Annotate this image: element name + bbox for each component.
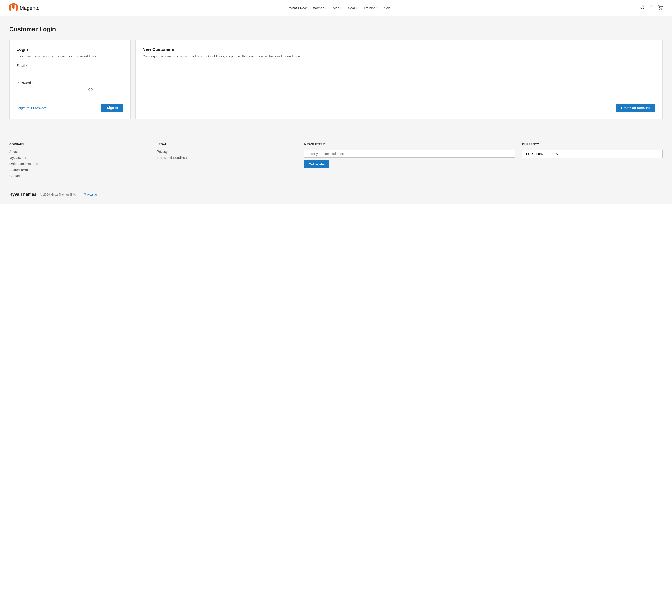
- form-divider: [17, 99, 123, 99]
- footer-social-link[interactable]: @hyva_io: [83, 193, 97, 196]
- password-wrapper: [17, 86, 123, 94]
- forgot-password-link[interactable]: Forgot Your Password?: [17, 106, 48, 110]
- new-customers-description: Creating an account has many benefits: c…: [143, 54, 655, 92]
- footer-currency-title: CURRENCY: [522, 143, 663, 146]
- create-account-button[interactable]: Create an Account: [616, 104, 655, 112]
- svg-line-1: [644, 8, 644, 9]
- chevron-down-icon: ▾: [325, 7, 326, 9]
- email-label: Email *: [17, 64, 123, 67]
- svg-point-4: [662, 9, 662, 10]
- footer-grid: COMPANY About My Account Orders and Retu…: [9, 143, 663, 180]
- footer-link-terms[interactable]: Terms and Conditions: [157, 156, 297, 160]
- email-form-group: Email *: [17, 64, 123, 77]
- newsletter-email-input[interactable]: [304, 150, 515, 158]
- footer-link-my-account[interactable]: My Account: [9, 156, 150, 160]
- new-customers-title: New Customers: [143, 47, 655, 52]
- main-content: Customer Login Login If you have an acco…: [0, 16, 672, 133]
- footer-link-contact[interactable]: Contact: [9, 174, 150, 178]
- login-card-subtitle: If you have an account, sign in with you…: [17, 54, 123, 58]
- logo[interactable]: Magento: [9, 3, 40, 14]
- new-customers-actions: Create an Account: [143, 104, 655, 112]
- logo-text: Magento: [20, 5, 40, 11]
- account-icon[interactable]: [649, 5, 654, 11]
- email-required-indicator: *: [26, 64, 27, 67]
- password-label: Password *: [17, 81, 123, 85]
- footer-newsletter-section: NEWSLETTER Subscribe: [304, 143, 515, 180]
- footer: COMPANY About My Account Orders and Retu…: [0, 133, 672, 204]
- footer-link-search-terms[interactable]: Search Terms: [9, 168, 150, 172]
- currency-select-input[interactable]: EUR - EuroUSD - DollarGBP - British Poun…: [525, 152, 559, 156]
- header: Magento What's New Women ▾ Men ▾ Gear ▾ …: [0, 0, 672, 16]
- footer-link-orders-returns[interactable]: Orders and Returns: [9, 162, 150, 166]
- footer-link-about[interactable]: About: [9, 150, 150, 154]
- nav-men[interactable]: Men ▾: [333, 6, 341, 10]
- login-container: Login If you have an account, sign in wi…: [9, 40, 663, 119]
- email-input[interactable]: [17, 69, 123, 77]
- new-customers-divider: [143, 98, 655, 98]
- chevron-down-icon: ▾: [376, 7, 378, 9]
- footer-company-section: COMPANY About My Account Orders and Retu…: [9, 143, 150, 180]
- nav-training[interactable]: Training ▾: [364, 6, 378, 10]
- page-title: Customer Login: [9, 26, 663, 33]
- sign-in-button[interactable]: Sign In: [101, 104, 123, 112]
- show-password-icon[interactable]: [88, 87, 93, 93]
- nav-women[interactable]: Women ▾: [313, 6, 326, 10]
- footer-link-privacy[interactable]: Privacy: [157, 150, 297, 154]
- new-customers-card: New Customers Creating an account has ma…: [135, 40, 663, 119]
- main-nav: What's New Women ▾ Men ▾ Gear ▾ Training…: [289, 6, 391, 10]
- currency-selector[interactable]: EUR - EuroUSD - DollarGBP - British Poun…: [522, 150, 663, 158]
- footer-newsletter-title: NEWSLETTER: [304, 143, 515, 146]
- cart-icon[interactable]: [658, 5, 663, 11]
- header-actions: [640, 5, 663, 11]
- footer-legal-title: LEGAL: [157, 143, 297, 146]
- footer-legal-section: LEGAL Privacy Terms and Conditions: [157, 143, 297, 180]
- password-form-group: Password *: [17, 81, 123, 94]
- svg-point-2: [651, 6, 652, 7]
- login-card: Login If you have an account, sign in wi…: [9, 40, 131, 119]
- nav-whats-new[interactable]: What's New: [289, 6, 306, 10]
- password-required-indicator: *: [32, 81, 33, 85]
- chevron-down-icon: ▾: [340, 7, 341, 9]
- svg-point-5: [90, 89, 91, 90]
- search-icon[interactable]: [640, 5, 645, 11]
- login-card-title: Login: [17, 47, 123, 52]
- footer-brand: Hyvä Themes: [9, 192, 36, 197]
- nav-gear[interactable]: Gear ▾: [348, 6, 357, 10]
- footer-company-title: COMPANY: [9, 143, 150, 146]
- nav-sale[interactable]: Sale: [384, 6, 391, 10]
- svg-point-3: [660, 9, 660, 10]
- subscribe-button[interactable]: Subscribe: [304, 160, 329, 168]
- chevron-down-icon: ▾: [356, 7, 357, 9]
- password-input[interactable]: [17, 86, 86, 94]
- magento-logo-icon: [9, 3, 18, 14]
- login-card-actions: Forgot Your Password? Sign In: [17, 104, 123, 112]
- footer-bottom: Hyvä Themes © 2020 Hyva Themes B.V. — @h…: [9, 187, 663, 197]
- footer-copyright: © 2020 Hyva Themes B.V. —: [40, 193, 80, 196]
- footer-currency-section: CURRENCY EUR - EuroUSD - DollarGBP - Bri…: [522, 143, 663, 180]
